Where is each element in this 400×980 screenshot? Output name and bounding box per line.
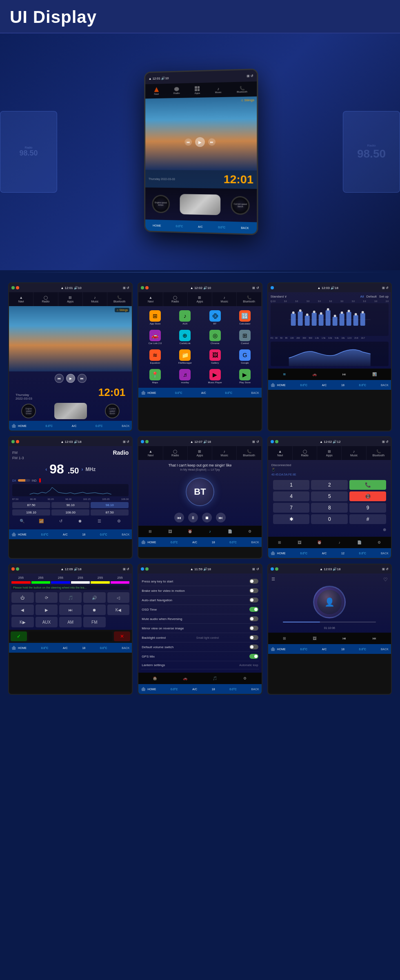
apps-nav-music[interactable]: ♪Music bbox=[212, 292, 237, 306]
apps-nav-radio[interactable]: ◯Radio bbox=[163, 292, 188, 306]
keypad-end-call[interactable]: 📵 bbox=[349, 491, 386, 501]
eq-icon-chart[interactable]: 📊 bbox=[371, 371, 378, 378]
home-back[interactable]: BACK bbox=[122, 424, 129, 427]
app-calculator[interactable]: 🔢 Calculator bbox=[231, 309, 259, 327]
toggle-mute[interactable] bbox=[249, 616, 258, 621]
bt-stop-btn[interactable]: ⏹ bbox=[202, 513, 212, 522]
app-filemanager[interactable]: 📁 FileManager bbox=[171, 348, 199, 366]
keypad-8[interactable]: 8 bbox=[311, 503, 348, 513]
toggles-home-icon[interactable]: 🏠 bbox=[152, 675, 158, 682]
app-appstore[interactable]: ⊞ App Store bbox=[141, 309, 169, 327]
settings-reset-btn[interactable]: ⟳ bbox=[36, 592, 58, 603]
bt-nav-music[interactable]: ♪Music bbox=[212, 446, 237, 460]
keypad-call[interactable]: 📞 bbox=[349, 480, 386, 490]
apps-nav-navi[interactable]: ▲Navi bbox=[138, 292, 163, 306]
music-heart-icon[interactable]: ♡ bbox=[383, 577, 388, 582]
keypad-star[interactable]: ✱ bbox=[273, 514, 310, 524]
phone-file-icon[interactable]: 📄 bbox=[356, 539, 363, 546]
app-playstore[interactable]: ▶ Play Store bbox=[231, 367, 259, 385]
settings-music-btn[interactable]: 🎵 bbox=[59, 592, 82, 603]
bt-gear-icon[interactable]: ⚙ bbox=[247, 528, 253, 535]
radio-next-btn[interactable]: › bbox=[81, 467, 83, 472]
app-equalizer[interactable]: ≋ Equalizer bbox=[141, 348, 169, 366]
phone-clock-icon[interactable]: ⏰ bbox=[316, 539, 323, 546]
home-prev-btn[interactable]: ⏮ bbox=[55, 374, 64, 383]
keypad-4[interactable]: 4 bbox=[273, 491, 310, 501]
app-google[interactable]: G Google bbox=[231, 348, 259, 366]
keypad-2[interactable]: 2 bbox=[311, 480, 348, 490]
bt-nav-bt[interactable]: 📞Bluetooth bbox=[237, 446, 261, 460]
apps-nav-bt[interactable]: 📞Bluetooth bbox=[237, 292, 261, 306]
phone-nav-radio[interactable]: ◯Radio bbox=[293, 446, 317, 460]
toggle-press-key[interactable] bbox=[249, 579, 258, 584]
phone-nav-bt[interactable]: 📞Bluetooth bbox=[367, 446, 391, 460]
bt-back[interactable]: BACK bbox=[251, 541, 259, 544]
home-nav-radio[interactable]: ◯Radio bbox=[33, 292, 58, 306]
settings-record-btn[interactable]: ⏺ bbox=[83, 604, 106, 615]
app-carlink[interactable]: 🚗 Car Link 2.0 bbox=[141, 328, 169, 346]
settings-vol-btn[interactable]: 🔊 bbox=[83, 592, 106, 603]
phone-nav-music[interactable]: ♪Music bbox=[342, 446, 366, 460]
settings-aux-btn[interactable]: AUX bbox=[36, 617, 58, 627]
settings-next-btn[interactable]: ⏭ bbox=[59, 604, 82, 615]
home-nav-apps[interactable]: ⊞Apps bbox=[58, 292, 83, 306]
bt-image-icon[interactable]: 🖼 bbox=[167, 528, 173, 535]
toggle-brake[interactable] bbox=[249, 588, 258, 593]
eq-tab-default[interactable]: Default bbox=[366, 295, 376, 298]
radio-prev-btn[interactable]: ‹ bbox=[45, 467, 47, 472]
app-maps[interactable]: 📍 Maps bbox=[141, 367, 169, 385]
bt-play-pause-btn[interactable]: ⏸ bbox=[188, 513, 198, 522]
phone-link-icon[interactable]: ⊕ bbox=[383, 527, 386, 532]
music-image-icon[interactable]: 🖼 bbox=[311, 635, 318, 642]
phone-image-icon[interactable]: 🖼 bbox=[296, 539, 303, 546]
keypad-0[interactable]: 0 bbox=[311, 514, 348, 524]
music-prev-icon[interactable]: ⏮ bbox=[341, 635, 348, 642]
bt-forward-btn[interactable]: ⏭ bbox=[216, 513, 226, 522]
toggles-car-icon[interactable]: 🚗 bbox=[182, 675, 188, 682]
toggle-volume[interactable] bbox=[249, 644, 258, 649]
music-keypad-icon[interactable]: ⊞ bbox=[281, 635, 288, 642]
app-bt[interactable]: ᪥ BT bbox=[201, 309, 229, 327]
music-progress-bar[interactable] bbox=[283, 622, 376, 622]
home-play-btn[interactable]: ▶ bbox=[66, 374, 75, 383]
radio-preset-5[interactable]: 108.00 bbox=[51, 509, 89, 516]
radio-preset-3[interactable]: 98.10 bbox=[91, 502, 129, 508]
music-fwd-icon[interactable]: ⏭ bbox=[371, 635, 378, 642]
app-control[interactable]: ⊞ Control bbox=[231, 328, 259, 346]
apps-back[interactable]: BACK bbox=[251, 391, 259, 394]
radio-search-icon[interactable]: 🔍 bbox=[18, 517, 26, 524]
toggle-backlight[interactable] bbox=[249, 635, 258, 640]
keypad-9[interactable]: 9 bbox=[349, 503, 386, 513]
radio-back[interactable]: BACK bbox=[122, 533, 129, 536]
settings-power-btn[interactable]: ⏻ bbox=[11, 592, 34, 603]
phone-music-icon[interactable]: ♪ bbox=[336, 539, 343, 546]
home-nav-bt[interactable]: 📞Bluetooth bbox=[107, 292, 132, 306]
radio-signal-icon[interactable]: 📶 bbox=[38, 517, 45, 524]
settings-prev-btn[interactable]: ◀ bbox=[11, 604, 34, 615]
app-moofay[interactable]: ♬ moofay bbox=[171, 367, 199, 385]
keypad-5[interactable]: 5 bbox=[311, 491, 348, 501]
bt-nav-navi[interactable]: ▲Navi bbox=[138, 446, 163, 460]
bt-clock-icon[interactable]: ⏰ bbox=[187, 528, 193, 535]
radio-preset-6[interactable]: 87.50 bbox=[91, 509, 129, 516]
toggle-osd[interactable] bbox=[249, 607, 258, 612]
home-nav-navi[interactable]: ▲Navi bbox=[9, 292, 33, 306]
radio-preset-1[interactable]: 87.50 bbox=[12, 502, 50, 508]
radio-preset-2[interactable]: 90.10 bbox=[51, 502, 89, 508]
radio-record-icon[interactable]: ⏺ bbox=[76, 517, 84, 524]
x-button[interactable]: ✕ bbox=[114, 631, 130, 641]
settings-am-btn[interactable]: AM bbox=[59, 617, 82, 627]
eq-icon-car[interactable]: 🚗 bbox=[311, 371, 318, 378]
phone-keypad-icon[interactable]: ⊞ bbox=[276, 539, 283, 546]
app-carbitlink[interactable]: ⊕ CarbitLink bbox=[171, 328, 199, 346]
toggles-gear-icon[interactable]: ⚙ bbox=[242, 675, 248, 682]
toggles-music-icon[interactable]: 🎵 bbox=[212, 675, 218, 682]
toggle-navigation[interactable] bbox=[249, 598, 258, 602]
radio-loop-icon[interactable]: ↺ bbox=[57, 517, 64, 524]
phone-gear-icon[interactable]: ⚙ bbox=[376, 539, 382, 546]
radio-preset-4[interactable]: 106.10 bbox=[12, 509, 50, 516]
phone-nav-apps[interactable]: ⊞Apps bbox=[317, 446, 342, 460]
app-gallery[interactable]: 🖼 Gallery bbox=[201, 348, 229, 366]
toggles-back[interactable]: BACK bbox=[251, 688, 259, 691]
app-aux[interactable]: ♪ AUX bbox=[171, 309, 199, 327]
